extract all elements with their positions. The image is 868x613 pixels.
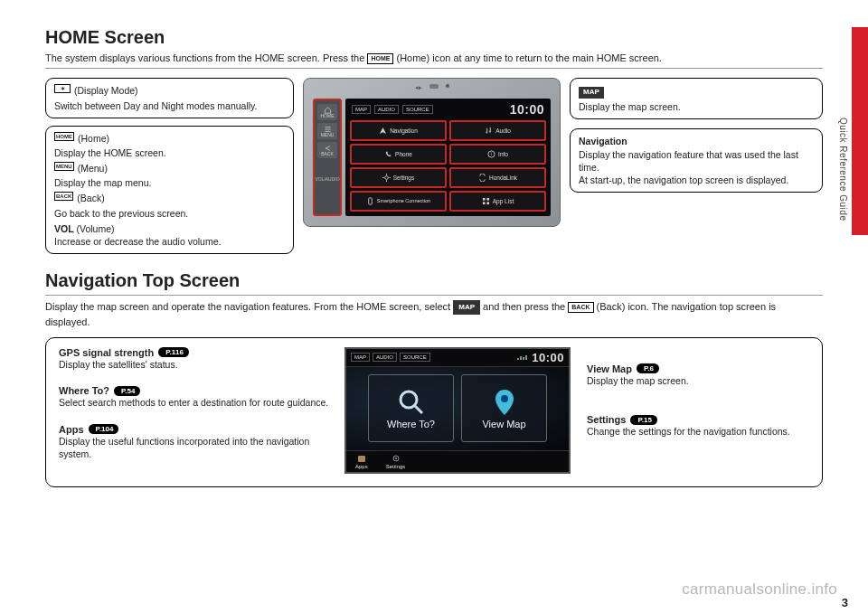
svg-rect-10	[358, 456, 365, 462]
map-chip-icon: MAP	[453, 300, 480, 315]
device-sidebar: HOME MENU BACK VOL/AUDIO	[313, 99, 342, 216]
side-back-button[interactable]: BACK	[317, 142, 337, 158]
svg-point-12	[395, 457, 397, 459]
tile-audio[interactable]: Audio	[449, 120, 546, 141]
home-icon: HOME	[54, 132, 74, 141]
screen-tab-source[interactable]: SOURCE	[402, 105, 433, 114]
navtile-where-to[interactable]: Where To?	[368, 374, 454, 442]
tile-navigation[interactable]: Navigation	[350, 120, 447, 141]
item-settings: Settings P.15 Change the settings for th…	[587, 414, 809, 439]
navscr-tab-source[interactable]: SOURCE	[400, 353, 430, 362]
magnifier-icon	[397, 388, 426, 417]
tile-info[interactable]: iInfo	[449, 144, 546, 165]
speaker-icon: ◂▸	[415, 84, 422, 91]
watermark: carmanualsonline.info	[682, 580, 837, 599]
page-ref-pill: P.116	[158, 347, 189, 357]
callout-side-buttons: HOME (Home) Display the HOME screen. MEN…	[45, 126, 294, 254]
page-ref-pill: P.104	[89, 424, 119, 434]
callout-display-mode: ✶ (Display Mode) Switch between Day and …	[45, 78, 294, 118]
section1-title: HOME Screen	[45, 27, 823, 48]
svg-rect-5	[486, 198, 489, 201]
page-ref-pill: P.6	[637, 363, 659, 373]
svg-text:i: i	[491, 152, 492, 157]
navscr-tab-map[interactable]: MAP	[351, 353, 370, 362]
side-red-tab	[852, 27, 868, 235]
page-number: 3	[842, 596, 848, 609]
navscr-btm-apps[interactable]: Apps	[355, 454, 368, 469]
svg-point-8	[401, 391, 417, 408]
screen-tab-map[interactable]: MAP	[352, 105, 371, 114]
svg-rect-4	[483, 198, 486, 201]
navigation-top-box: GPS signal strength P.116 Display the sa…	[45, 337, 823, 487]
section1-subline: The system displays various functions fr…	[45, 52, 823, 69]
led-icon	[446, 84, 449, 88]
item-gps: GPS signal strength P.116 Display the sa…	[59, 347, 330, 372]
screen-clock: 10:00	[510, 102, 544, 117]
map-chip-icon: MAP	[579, 87, 604, 99]
menu-icon: MENU	[54, 162, 74, 171]
side-label: Quick Reference Guide	[838, 118, 848, 221]
navtile-view-map[interactable]: View Map	[461, 374, 547, 442]
sensor-icon	[429, 84, 439, 89]
item-apps: Apps P.104 Display the useful functions …	[59, 424, 330, 460]
item-where-to: Where To? P.54 Select search methods to …	[59, 385, 330, 410]
svg-point-9	[501, 395, 508, 402]
page-ref-pill: P.15	[630, 415, 656, 425]
svg-rect-6	[483, 203, 486, 205]
gps-signal-icon	[517, 354, 528, 361]
nav-screen-mockup: MAP AUDIO SOURCE 10:00	[344, 347, 571, 474]
navscr-tab-audio[interactable]: AUDIO	[373, 353, 397, 362]
section2-subline: Display the map screen and operate the n…	[45, 295, 823, 330]
screen-tab-audio[interactable]: AUDIO	[374, 105, 399, 114]
brightness-icon: ✶	[54, 84, 71, 93]
map-pin-icon	[490, 388, 519, 417]
navscr-clock: 10:00	[532, 351, 564, 364]
back-icon: BACK	[568, 302, 593, 313]
gear-icon	[392, 454, 401, 463]
svg-rect-7	[486, 203, 489, 205]
device-screen: MAP AUDIO SOURCE 10:00 Navigation Audio …	[345, 99, 551, 216]
tile-settings[interactable]: Settings	[350, 167, 447, 188]
navscr-btm-settings[interactable]: Settings	[386, 454, 406, 469]
side-vol-control[interactable]: VOL/AUDIO	[317, 161, 337, 197]
tile-applist[interactable]: App List	[449, 191, 546, 212]
item-view-map: View Map P.6 Display the map screen.	[587, 363, 809, 388]
tile-smartphone[interactable]: Smartphone Connection	[350, 191, 447, 212]
back-icon: BACK	[54, 192, 73, 201]
apps-icon	[357, 454, 366, 463]
device-mockup: ◂▸ HOME MENU BACK VOL/AUDIO MAP	[303, 78, 561, 227]
side-menu-button[interactable]: MENU	[317, 123, 337, 139]
svg-rect-3	[369, 198, 373, 204]
callout-navigation: Navigation Display the navigation featur…	[570, 128, 823, 193]
page-ref-pill: P.54	[114, 386, 140, 396]
tile-hondalink[interactable]: HondaLink	[449, 167, 546, 188]
tile-phone[interactable]: Phone	[350, 144, 447, 165]
callout-map-chip: MAP Display the map screen.	[570, 78, 823, 119]
section2-title: Navigation Top Screen	[45, 270, 823, 291]
svg-point-2	[384, 176, 388, 180]
side-home-button[interactable]: HOME	[317, 104, 337, 120]
home-icon: HOME	[367, 53, 393, 64]
